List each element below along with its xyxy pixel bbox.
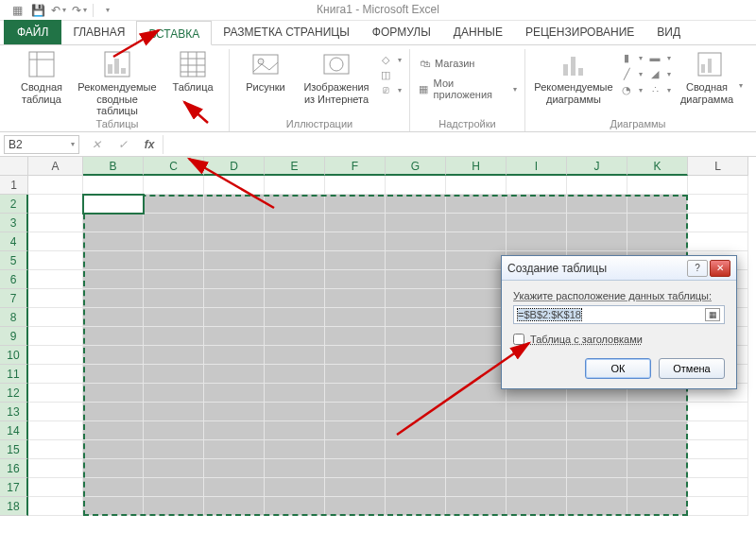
cell[interactable] bbox=[265, 308, 325, 327]
row-header-14[interactable]: 14 bbox=[0, 421, 28, 440]
select-all-corner[interactable] bbox=[0, 157, 28, 176]
cell[interactable] bbox=[144, 440, 204, 459]
cell[interactable] bbox=[627, 440, 688, 459]
cell[interactable] bbox=[83, 421, 144, 440]
cell[interactable] bbox=[204, 270, 265, 289]
cell[interactable] bbox=[325, 214, 386, 232]
row-header-2[interactable]: 2 bbox=[0, 195, 28, 214]
cell[interactable] bbox=[386, 308, 446, 327]
cell[interactable] bbox=[144, 421, 204, 440]
cell[interactable] bbox=[83, 270, 144, 289]
cell[interactable] bbox=[28, 497, 83, 516]
cell[interactable] bbox=[386, 459, 446, 478]
cell[interactable] bbox=[265, 214, 325, 232]
store-button[interactable]: 🛍Магазин bbox=[418, 57, 474, 70]
cell[interactable] bbox=[144, 365, 204, 384]
cell[interactable] bbox=[446, 384, 507, 403]
column-header-G[interactable]: G bbox=[386, 157, 446, 176]
row-header-13[interactable]: 13 bbox=[0, 403, 28, 421]
my-apps-button[interactable]: ▦Мои приложения▾ bbox=[418, 77, 517, 100]
row-header-11[interactable]: 11 bbox=[0, 365, 28, 384]
cell[interactable] bbox=[204, 346, 265, 365]
cell[interactable] bbox=[28, 440, 83, 459]
cell[interactable] bbox=[265, 384, 325, 403]
cell[interactable] bbox=[567, 214, 627, 232]
cell[interactable] bbox=[144, 327, 204, 346]
name-box[interactable]: B2▾ bbox=[4, 135, 79, 154]
cell[interactable] bbox=[567, 440, 627, 459]
cell[interactable] bbox=[265, 195, 325, 214]
cell[interactable] bbox=[83, 384, 144, 403]
recommended-pivot-button[interactable]: Рекомендуемые сводные таблицы bbox=[76, 49, 159, 117]
column-header-L[interactable]: L bbox=[688, 157, 748, 176]
cell[interactable] bbox=[688, 497, 748, 516]
ok-button[interactable]: ОК bbox=[585, 358, 651, 379]
cell[interactable] bbox=[627, 214, 688, 232]
cell[interactable] bbox=[688, 195, 748, 214]
cell[interactable] bbox=[325, 440, 386, 459]
cell[interactable] bbox=[83, 440, 144, 459]
cell[interactable] bbox=[507, 421, 567, 440]
dialog-titlebar[interactable]: Создание таблицы ? ✕ bbox=[502, 256, 736, 281]
cell[interactable] bbox=[28, 403, 83, 421]
cell[interactable] bbox=[204, 478, 265, 497]
dialog-help-button[interactable]: ? bbox=[687, 260, 708, 277]
cell[interactable] bbox=[688, 440, 748, 459]
cell[interactable] bbox=[83, 478, 144, 497]
cell[interactable] bbox=[144, 478, 204, 497]
pivot-chart-button[interactable]: Сводная диаграмма▾ bbox=[677, 49, 743, 106]
cell[interactable] bbox=[325, 459, 386, 478]
cell[interactable] bbox=[83, 308, 144, 327]
cell[interactable] bbox=[265, 176, 325, 195]
cell[interactable] bbox=[265, 403, 325, 421]
cell[interactable] bbox=[446, 346, 507, 365]
cell[interactable] bbox=[265, 327, 325, 346]
cell[interactable] bbox=[28, 308, 83, 327]
cell[interactable] bbox=[567, 459, 627, 478]
enter-formula-icon[interactable]: ✓ bbox=[113, 136, 132, 153]
cell[interactable] bbox=[144, 497, 204, 516]
cell[interactable] bbox=[627, 497, 688, 516]
cell[interactable] bbox=[144, 308, 204, 327]
cell[interactable] bbox=[204, 232, 265, 251]
cell[interactable] bbox=[325, 176, 386, 195]
cell[interactable] bbox=[265, 365, 325, 384]
cell[interactable] bbox=[446, 270, 507, 289]
cell[interactable] bbox=[83, 403, 144, 421]
cell[interactable] bbox=[446, 497, 507, 516]
cell[interactable] bbox=[567, 421, 627, 440]
column-header-A[interactable]: A bbox=[28, 157, 83, 176]
cell[interactable] bbox=[446, 176, 507, 195]
cell[interactable] bbox=[325, 308, 386, 327]
pivot-table-button[interactable]: Сводная таблица bbox=[13, 49, 70, 106]
column-header-E[interactable]: E bbox=[265, 157, 325, 176]
row-header-18[interactable]: 18 bbox=[0, 497, 28, 516]
cell[interactable] bbox=[204, 497, 265, 516]
range-picker-icon[interactable]: ▦ bbox=[705, 308, 720, 321]
cell[interactable] bbox=[265, 497, 325, 516]
cell[interactable] bbox=[83, 214, 144, 232]
cell[interactable] bbox=[386, 214, 446, 232]
cell[interactable] bbox=[325, 384, 386, 403]
row-header-7[interactable]: 7 bbox=[0, 289, 28, 308]
cell[interactable] bbox=[446, 478, 507, 497]
cell[interactable] bbox=[28, 346, 83, 365]
cell[interactable] bbox=[386, 251, 446, 270]
tab-file[interactable]: ФАЙЛ bbox=[4, 20, 61, 44]
cell[interactable] bbox=[446, 440, 507, 459]
cancel-formula-icon[interactable]: ✕ bbox=[87, 136, 106, 153]
cell[interactable] bbox=[325, 232, 386, 251]
cell[interactable] bbox=[507, 214, 567, 232]
cell[interactable] bbox=[204, 384, 265, 403]
cell[interactable] bbox=[507, 459, 567, 478]
scatter-chart-button[interactable]: ∴▾ bbox=[648, 83, 671, 96]
cell[interactable] bbox=[28, 289, 83, 308]
cell[interactable] bbox=[688, 176, 748, 195]
cell[interactable] bbox=[627, 403, 688, 421]
column-header-I[interactable]: I bbox=[507, 157, 567, 176]
smartart-button[interactable]: ◫ bbox=[379, 68, 392, 81]
row-header-17[interactable]: 17 bbox=[0, 478, 28, 497]
formula-input[interactable] bbox=[163, 135, 756, 154]
cell[interactable] bbox=[83, 365, 144, 384]
redo-icon[interactable]: ↷▾ bbox=[72, 3, 87, 18]
